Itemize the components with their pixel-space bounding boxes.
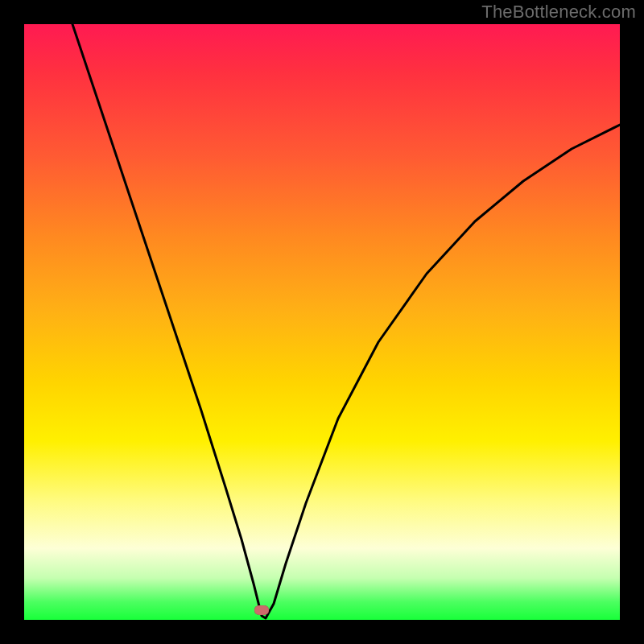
curve-svg <box>24 24 620 620</box>
bottleneck-curve <box>72 24 620 618</box>
plot-area <box>24 24 620 620</box>
optimum-marker <box>254 605 269 615</box>
chart-frame: TheBottleneck.com <box>0 0 644 644</box>
watermark-text: TheBottleneck.com <box>481 2 636 23</box>
